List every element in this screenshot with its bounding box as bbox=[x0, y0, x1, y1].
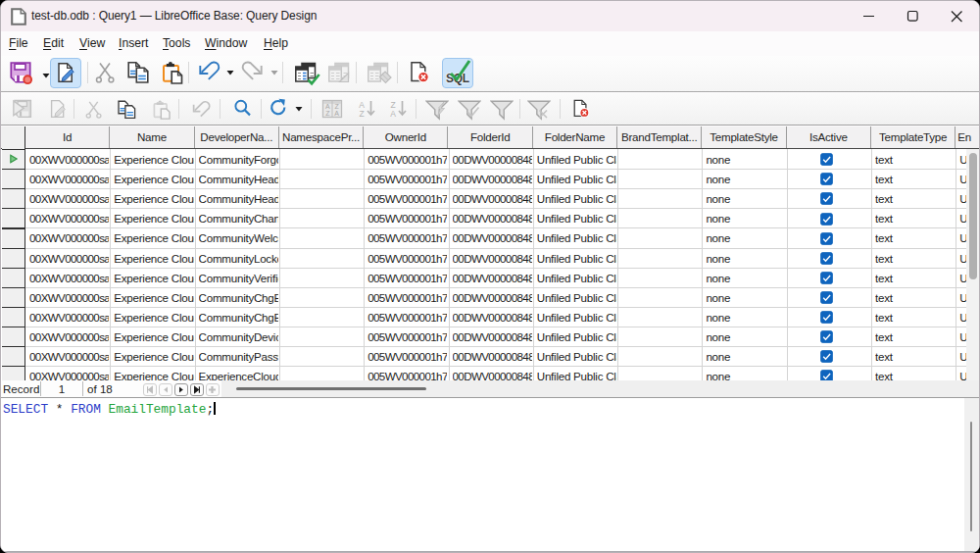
svg-text:Z: Z bbox=[359, 109, 364, 119]
svg-text:A: A bbox=[359, 100, 365, 110]
svg-text:A: A bbox=[334, 110, 339, 117]
svg-text:Z: Z bbox=[390, 100, 395, 110]
svg-text:A: A bbox=[390, 109, 396, 119]
svg-text:Z: Z bbox=[335, 103, 340, 110]
svg-text:A: A bbox=[325, 103, 330, 110]
svg-text:Z: Z bbox=[325, 110, 330, 117]
